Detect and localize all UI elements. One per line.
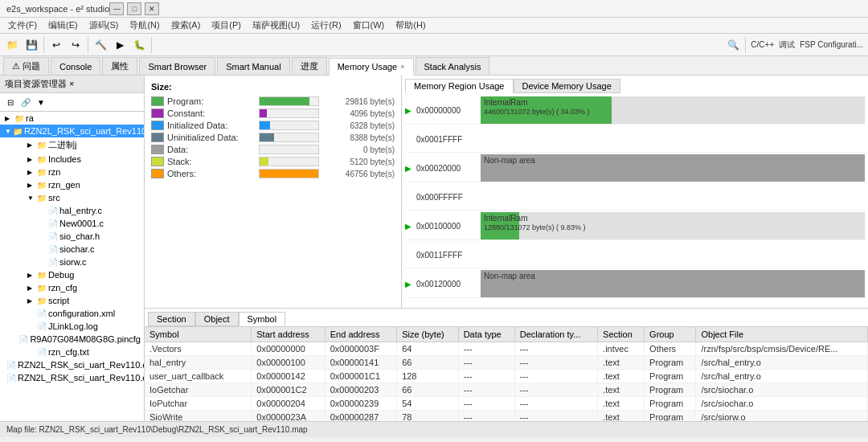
status-text: Map file: RZN2L_RSK_sci_uart_Rev110\Debu… (6, 425, 308, 434)
size-label: Initialized Data: (167, 121, 256, 130)
tree-item-jlinklog[interactable]: 📄JLinkLog.log (0, 320, 144, 333)
tree-item-rzn_gen[interactable]: ▶📁rzn_gen (0, 178, 144, 191)
tree-item-siorw[interactable]: 📄siorw.c (0, 256, 144, 268)
tree-item-rzn_cfg[interactable]: ▶📁rzn_cfg (0, 281, 144, 294)
perspective-fsp[interactable]: FSP Configurati... (798, 40, 865, 49)
menu-item[interactable]: 项目(P) (207, 18, 246, 33)
tree-item-includes[interactable]: ▶📁Includes (0, 153, 144, 166)
tree-item-src[interactable]: ▼📁src (0, 191, 144, 204)
tree-item-sio_char_h[interactable]: 📄sio_char.h (0, 230, 144, 243)
symbol-tab-object[interactable]: Object (195, 312, 239, 326)
toolbar-btn-build[interactable]: 🔨 (92, 36, 109, 54)
menu-item[interactable]: 导航(N) (125, 18, 164, 33)
symbol-tab-symbol[interactable]: Symbol (239, 312, 286, 326)
table-cell: 0x0000003F (325, 342, 396, 356)
table-header-cell[interactable]: Object File (696, 327, 868, 342)
size-color-indicator (151, 121, 164, 130)
menu-item[interactable]: 文件(F) (3, 18, 42, 33)
table-header-cell[interactable]: Declaration ty... (514, 327, 597, 342)
toolbar-btn-run[interactable]: ▶ (111, 36, 129, 54)
tree-item-label: JLinkLog.log (48, 321, 98, 331)
tree-item-r9a07g084[interactable]: 📄R9A07G084M08G8G.pincfg (0, 333, 144, 346)
menu-item[interactable]: 瑞萨视图(U) (248, 18, 305, 33)
tree-item-hal_entry[interactable]: 📄hal_entry.c (0, 204, 144, 217)
menu-bar: 文件(F)编辑(E)源码(S)导航(N)搜索(A)项目(P)瑞萨视图(U)运行(… (0, 18, 868, 34)
tab-memory-usage[interactable]: Memory Usage × (329, 58, 414, 76)
tree-item-debug[interactable]: ▶📁Debug (0, 268, 144, 281)
tab-问题[interactable]: ⚠ 问题 (3, 57, 49, 75)
menu-item[interactable]: 运行(R) (306, 18, 346, 33)
tree-item-label: Includes (48, 154, 81, 164)
menu-item[interactable]: 窗口(W) (348, 18, 390, 33)
center-panel: Size: Program:29816 byte(s)Constant:4096… (145, 76, 868, 421)
tab-smart-manual[interactable]: Smart Manual (217, 57, 289, 75)
table-row[interactable]: IoGetchar0x000001C20x0000020366------.te… (145, 383, 868, 397)
menu-item[interactable]: 编辑(E) (43, 18, 83, 33)
tree-item-rzn2l[interactable]: ▼📁RZN2L_RSK_sci_uart_Rev110 [Debu (0, 125, 144, 137)
table-header-cell[interactable]: Section (598, 327, 645, 342)
tree-item-siochar[interactable]: 📄siochar.c (0, 243, 144, 256)
table-header-cell[interactable]: Symbol (145, 327, 252, 342)
region-tab[interactable]: Device Memory Usage (514, 79, 620, 93)
toolbar-btn-2[interactable]: 💾 (23, 36, 40, 54)
table-row[interactable]: hal_entry0x000001000x0000014166------.te… (145, 356, 868, 370)
tab-console[interactable]: Console (51, 57, 100, 75)
tab-close-icon[interactable]: × (400, 63, 404, 71)
table-header-row: SymbolStart addressEnd addressSize (byte… (145, 327, 868, 342)
toolbar-btn-1[interactable]: 📁 (3, 36, 21, 54)
size-color-indicator (151, 157, 164, 166)
tree-item-script[interactable]: ▶📁script (0, 294, 144, 307)
tab-进度[interactable]: 进度 (292, 57, 327, 75)
tab-属性[interactable]: 属性 (102, 57, 137, 75)
maximize-button[interactable]: □ (127, 2, 141, 15)
tab-stack-analysis[interactable]: Stack Analysis (416, 57, 490, 75)
size-row: Data:0 byte(s) (151, 145, 395, 154)
tree-item-rzn_cfg_txt[interactable]: 📄rzn_cfg.txt (0, 346, 144, 358)
menu-item[interactable]: 帮助(H) (391, 18, 430, 33)
table-row[interactable]: .Vectors0x000000000x0000003F64------.int… (145, 342, 868, 356)
tab-smart-browser[interactable]: Smart Browser (139, 57, 215, 75)
symbol-table-container[interactable]: SymbolStart addressEnd addressSize (byte… (145, 327, 868, 421)
table-row[interactable]: SioWrite0x0000023A0x0000028778------.tex… (145, 411, 868, 422)
table-header-cell[interactable]: End address (325, 327, 396, 342)
tree-folder-icon: 📁 (37, 168, 47, 177)
menu-item[interactable]: 源码(S) (84, 18, 124, 33)
tree-item-label: rzn_cfg (48, 283, 77, 293)
table-cell: 0x0000023A (252, 411, 325, 422)
tree-item-rzn2l_elf1[interactable]: 📄RZN2L_RSK_sci_uart_Rev110.elf.i (0, 358, 144, 371)
size-bar (260, 133, 274, 141)
tree-item-config_xml[interactable]: 📄configuration.xml (0, 307, 144, 320)
region-bar-area: Non-map area (481, 154, 865, 182)
minimize-button[interactable]: — (109, 2, 124, 15)
toolbar-btn-debug[interactable]: 🐛 (130, 36, 148, 54)
toolbar-btn-undo[interactable]: ↩ (47, 36, 65, 54)
region-expand-icon[interactable]: ▶ (405, 280, 415, 289)
region-address: 0x00020000 (416, 164, 481, 173)
region-expand-icon[interactable]: ▶ (405, 164, 415, 173)
tree-item-binaries[interactable]: ▶📁二进制j (0, 137, 144, 153)
size-color-indicator (151, 96, 164, 106)
region-tab[interactable]: Memory Region Usage (405, 79, 514, 93)
symbol-tab-section[interactable]: Section (148, 312, 195, 326)
tree-item-ra[interactable]: ▶📁ra (0, 112, 144, 125)
perspective-debug[interactable]: 调试 (777, 39, 796, 51)
toolbar-btn-redo[interactable]: ↪ (67, 36, 84, 54)
region-expand-icon[interactable]: ▶ (405, 106, 415, 115)
tree-item-rzn[interactable]: ▶📁rzn (0, 166, 144, 178)
table-row[interactable]: IoPutchar0x000002040x0000023954------.te… (145, 397, 868, 411)
table-row[interactable]: user_uart_callback0x000001420x000001C112… (145, 370, 868, 383)
search-icon[interactable]: 🔍 (724, 36, 742, 54)
region-expand-icon[interactable]: ▶ (405, 222, 415, 231)
link-editor-button[interactable]: 🔗 (18, 95, 33, 109)
menu-item[interactable]: 搜索(A) (166, 18, 206, 33)
table-header-cell[interactable]: Data type (458, 327, 514, 342)
table-header-cell[interactable]: Group (645, 327, 696, 342)
close-button[interactable]: ✕ (145, 2, 159, 15)
perspective-cc[interactable]: C/C++ (749, 40, 776, 49)
tree-item-rzn2l_elf2[interactable]: 📄RZN2L_RSK_sci_uart_Rev110.elf.la (0, 371, 144, 384)
collapse-all-button[interactable]: ⊟ (3, 95, 18, 109)
tree-item-new0001[interactable]: 📄New0001.c (0, 217, 144, 230)
table-header-cell[interactable]: Start address (252, 327, 325, 342)
panel-menu-button[interactable]: ▼ (34, 95, 48, 109)
table-header-cell[interactable]: Size (byte) (397, 327, 459, 342)
